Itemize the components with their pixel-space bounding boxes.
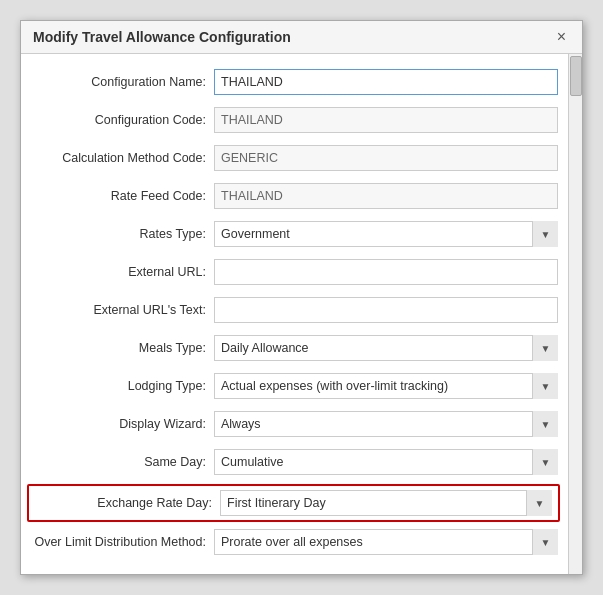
dialog-title-bar: Modify Travel Allowance Configuration × [21,21,582,54]
form-row-lodging-type: Lodging Type:Actual expenses (with over-… [21,370,566,402]
input-calc-method-code [214,145,558,171]
select-rates-type[interactable]: GovernmentIndustryCustom [214,221,558,247]
control-wrap-over-limit-dist: Prorate over all expensesFirst expenseLa… [214,529,558,555]
scrollbar[interactable] [568,54,582,574]
select-meals-type[interactable]: Daily AllowanceActualPer Diem [214,335,558,361]
select-wrap-same-day: CumulativeFirst DayLast Day▼ [214,449,558,475]
select-wrap-exchange-rate-day: First Itinerary DayLast Itinerary DayTra… [220,490,552,516]
dialog-title: Modify Travel Allowance Configuration [33,29,291,45]
label-config-name: Configuration Name: [29,75,214,89]
select-lodging-type[interactable]: Actual expenses (with over-limit trackin… [214,373,558,399]
select-wrap-over-limit-dist: Prorate over all expensesFirst expenseLa… [214,529,558,555]
form-row-display-wizard: Display Wizard:AlwaysNeverFirst Time▼ [21,408,566,440]
select-wrap-rates-type: GovernmentIndustryCustom▼ [214,221,558,247]
label-config-code: Configuration Code: [29,113,214,127]
control-wrap-external-url-text [214,297,558,323]
label-rate-feed-code: Rate Feed Code: [29,189,214,203]
label-external-url: External URL: [29,265,214,279]
control-wrap-meals-type: Daily AllowanceActualPer Diem▼ [214,335,558,361]
select-wrap-display-wizard: AlwaysNeverFirst Time▼ [214,411,558,437]
control-wrap-calc-method-code [214,145,558,171]
dialog-content-wrap: Configuration Name:Configuration Code:Ca… [21,54,582,574]
select-exchange-rate-day[interactable]: First Itinerary DayLast Itinerary DayTra… [220,490,552,516]
select-wrap-meals-type: Daily AllowanceActualPer Diem▼ [214,335,558,361]
input-config-name[interactable] [214,69,558,95]
input-external-url[interactable] [214,259,558,285]
form-row-calc-method-code: Calculation Method Code: [21,142,566,174]
control-wrap-same-day: CumulativeFirst DayLast Day▼ [214,449,558,475]
select-wrap-lodging-type: Actual expenses (with over-limit trackin… [214,373,558,399]
control-wrap-config-code [214,107,558,133]
control-wrap-external-url [214,259,558,285]
form-row-external-url-text: External URL's Text: [21,294,566,326]
label-external-url-text: External URL's Text: [29,303,214,317]
label-same-day: Same Day: [29,455,214,469]
close-button[interactable]: × [553,29,570,45]
label-meals-type: Meals Type: [29,341,214,355]
control-wrap-display-wizard: AlwaysNeverFirst Time▼ [214,411,558,437]
form-row-exchange-rate-day: Exchange Rate Day:First Itinerary DayLas… [27,484,560,522]
label-calc-method-code: Calculation Method Code: [29,151,214,165]
form-row-over-limit-dist: Over Limit Distribution Method:Prorate o… [21,526,566,558]
form-row-meals-type: Meals Type:Daily AllowanceActualPer Diem… [21,332,566,364]
label-rates-type: Rates Type: [29,227,214,241]
form-row-same-day: Same Day:CumulativeFirst DayLast Day▼ [21,446,566,478]
control-wrap-exchange-rate-day: First Itinerary DayLast Itinerary DayTra… [220,490,552,516]
control-wrap-lodging-type: Actual expenses (with over-limit trackin… [214,373,558,399]
input-config-code [214,107,558,133]
modify-dialog: Modify Travel Allowance Configuration × … [20,20,583,575]
label-exchange-rate-day: Exchange Rate Day: [35,496,220,510]
control-wrap-rate-feed-code [214,183,558,209]
select-display-wizard[interactable]: AlwaysNeverFirst Time [214,411,558,437]
control-wrap-config-name [214,69,558,95]
form-row-config-code: Configuration Code: [21,104,566,136]
label-lodging-type: Lodging Type: [29,379,214,393]
dialog-body: Configuration Name:Configuration Code:Ca… [21,54,566,574]
form-row-rate-feed-code: Rate Feed Code: [21,180,566,212]
input-external-url-text[interactable] [214,297,558,323]
scrollbar-thumb[interactable] [570,56,582,96]
select-same-day[interactable]: CumulativeFirst DayLast Day [214,449,558,475]
label-over-limit-dist: Over Limit Distribution Method: [29,535,214,549]
select-over-limit-dist[interactable]: Prorate over all expensesFirst expenseLa… [214,529,558,555]
form-row-external-url: External URL: [21,256,566,288]
label-display-wizard: Display Wizard: [29,417,214,431]
input-rate-feed-code [214,183,558,209]
form-row-rates-type: Rates Type:GovernmentIndustryCustom▼ [21,218,566,250]
control-wrap-rates-type: GovernmentIndustryCustom▼ [214,221,558,247]
form-row-config-name: Configuration Name: [21,66,566,98]
